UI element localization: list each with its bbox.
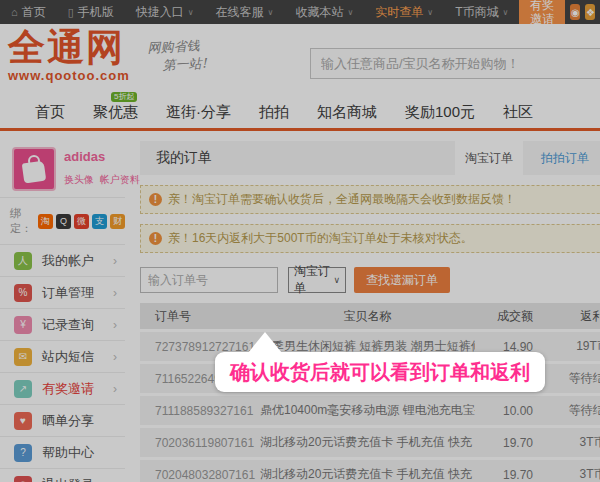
- sidebar-item-站内短信[interactable]: ✉站内短信›: [0, 341, 125, 373]
- chevron-down-icon: ∨: [333, 275, 340, 285]
- nav-item-聚优惠[interactable]: 聚优惠5折起: [93, 103, 138, 122]
- qq-icon[interactable]: Q: [56, 214, 71, 229]
- col-amount: 成交额: [475, 308, 545, 325]
- avatar[interactable]: [12, 147, 56, 191]
- weibo-icon[interactable]: 微: [74, 214, 89, 229]
- exclamation-icon: !: [149, 232, 162, 245]
- sidebar-item-label: 有奖邀请: [42, 380, 113, 398]
- topbar-item-实时查单[interactable]: 实时查单∨: [364, 4, 444, 21]
- topbar-item-快捷入口[interactable]: 快捷入口∨: [125, 4, 205, 21]
- qootoo-order-page: ⌂首页▯手机版快捷入口∨在线客服∨收藏本站∨实时查单∨T币商城∨ 有奖邀请 ◉ …: [0, 0, 600, 482]
- user-icon: 人: [14, 252, 32, 270]
- sidebar-item-label: 退出登录: [42, 476, 117, 482]
- slogan: 网购省钱 第一站!: [147, 37, 207, 76]
- nav-item-首页[interactable]: 首页: [35, 103, 65, 122]
- find-missing-orders-button[interactable]: 查找遗漏订单: [354, 267, 450, 293]
- chevron-right-icon: ›: [113, 286, 117, 300]
- topbar-item-手机版[interactable]: ▯手机版: [57, 4, 125, 21]
- topbar-item-收藏本站[interactable]: 收藏本站∨: [284, 4, 364, 21]
- orders-panel: 我的订单 淘宝订单拍拍订单商城订单 !亲！淘宝订单需要确认收货后，全通网最晚隔天…: [140, 141, 600, 482]
- sidebar: adidas 换头像 帐户资料 绑定： 淘Q微支财 人我的帐户›%订单管理›¥记…: [0, 141, 125, 482]
- page-body: adidas 换头像 帐户资料 绑定： 淘Q微支财 人我的帐户›%订单管理›¥记…: [0, 131, 600, 482]
- order-type-select[interactable]: 淘宝订单 ∨: [288, 267, 346, 293]
- sidebar-item-晒单分享[interactable]: ♥晒单分享: [0, 405, 125, 437]
- taobao-icon[interactable]: 淘: [38, 214, 53, 229]
- topbar-item-label: 在线客服: [216, 4, 264, 21]
- user-card: adidas 换头像 帐户资料: [0, 141, 125, 197]
- logo-title: 全通网: [8, 28, 130, 68]
- panel-header: 我的订单 淘宝订单拍拍订单商城订单: [140, 141, 600, 175]
- piggy-bank-icon: ¥: [14, 316, 32, 334]
- cell-product-name[interactable]: 湖北移动20元话费充值卡 手机充值 快充 直充 自动充值: [260, 466, 475, 482]
- table-header: 订单号 宝贝名称 成交额 返利: [140, 303, 600, 329]
- topbar-item-在线客服[interactable]: 在线客服∨: [205, 4, 285, 21]
- sidebar-item-订单管理[interactable]: %订单管理›: [0, 277, 125, 309]
- eye-icon[interactable]: ◉: [570, 4, 580, 20]
- tenpay-icon[interactable]: 财: [110, 214, 125, 229]
- cell-product-name[interactable]: 湖北移动20元话费充值卡 手机充值 快充 直充 自动充值: [260, 434, 475, 451]
- cell-product-name[interactable]: 鼎优10400m毫安移动电源 锂电池充电宝手机通用行移动: [260, 402, 475, 419]
- cell-rebate: 等待结算: [545, 402, 600, 419]
- nav-item-拍拍[interactable]: 拍拍: [259, 103, 289, 122]
- mail-icon: ✉: [14, 348, 32, 366]
- notice-text: 亲！淘宝订单需要确认收货后，全通网最晚隔天会收到数据反馈！: [168, 191, 516, 208]
- nav-item-奖励100元[interactable]: 奖励100元: [405, 103, 475, 122]
- nav-item-知名商城[interactable]: 知名商城: [317, 103, 377, 122]
- bind-label: 绑定：: [10, 206, 35, 236]
- cell-rebate: 3T币: [545, 466, 600, 482]
- alipay-icon[interactable]: 支: [92, 214, 107, 229]
- col-rebate: 返利: [545, 308, 600, 325]
- sidebar-item-帮助中心[interactable]: ?帮助中心: [0, 437, 125, 469]
- order-number-input[interactable]: [140, 267, 278, 293]
- cell-order-number: 702048032807161: [140, 468, 260, 482]
- guide-tooltip: 确认收货后就可以看到订单和返利: [215, 352, 545, 392]
- table-row: 702048032807161湖北移动20元话费充值卡 手机充值 快充 直充 自…: [140, 460, 600, 482]
- sidebar-item-我的帐户[interactable]: 人我的帐户›: [0, 245, 125, 277]
- cell-amount: 19.70: [475, 468, 545, 482]
- nav-item-社区[interactable]: 社区: [503, 103, 533, 122]
- cell-order-number: 702036119807161: [140, 436, 260, 450]
- site-logo[interactable]: 全通网 www.qootoo.com: [8, 28, 130, 83]
- sidebar-item-label: 站内短信: [42, 348, 113, 366]
- sidebar-item-退出登录[interactable]: ◉退出登录: [0, 469, 125, 482]
- order-search-row: 淘宝订单 ∨ 查找遗漏订单: [140, 267, 600, 293]
- topbar-item-首页[interactable]: ⌂首页: [0, 4, 57, 21]
- home-icon: ⌂: [11, 6, 18, 18]
- change-avatar-link[interactable]: 换头像: [64, 173, 94, 187]
- slogan-line2: 第一站!: [162, 54, 207, 74]
- chevron-down-icon: ∨: [503, 8, 509, 17]
- sidebar-item-label: 记录查询: [42, 316, 113, 334]
- heart-icon: ♥: [14, 412, 32, 430]
- cell-order-number: 711188589327161: [140, 404, 260, 418]
- col-order-number: 订单号: [140, 308, 260, 325]
- chevron-right-icon: ›: [113, 254, 117, 268]
- topbar-item-label: 快捷入口: [136, 4, 184, 21]
- help-book-icon: ?: [14, 444, 32, 462]
- order-tag-icon: %: [14, 284, 32, 302]
- cell-rebate: 3T币: [545, 434, 600, 451]
- table-row: 702036119807161湖北移动20元话费充值卡 手机充值 快充 直充 自…: [140, 428, 600, 457]
- search-input[interactable]: [310, 48, 600, 79]
- chevron-right-icon: ›: [113, 350, 117, 364]
- phone-icon: ▯: [68, 6, 74, 19]
- topbar-item-T币商城[interactable]: T币商城∨: [444, 4, 519, 21]
- sidebar-item-有奖邀请[interactable]: ↗有奖邀请›: [0, 373, 125, 405]
- sidebar-item-label: 帮助中心: [42, 444, 117, 462]
- chevron-down-icon: ∨: [347, 8, 353, 17]
- promo-badge: 5折起: [111, 92, 137, 102]
- sidebar-item-label: 订单管理: [42, 284, 113, 302]
- nav-item-逛街·分享[interactable]: 逛街·分享: [166, 103, 231, 122]
- chevron-right-icon: ›: [113, 382, 117, 396]
- topbar-item-label: 实时查单: [375, 4, 423, 21]
- account-profile-link[interactable]: 帐户资料: [100, 173, 140, 187]
- sidebar-item-记录查询[interactable]: ¥记录查询›: [0, 309, 125, 341]
- topbar-item-label: 收藏本站: [295, 4, 343, 21]
- order-table: 订单号 宝贝名称 成交额 返利 727378912727161夏季男生休闲短裤 …: [140, 303, 600, 482]
- widget-icon[interactable]: ❖: [585, 4, 595, 20]
- chevron-down-icon: ∨: [427, 8, 433, 17]
- topbar-item-label: 首页: [22, 4, 46, 21]
- logo-url: www.qootoo.com: [8, 68, 130, 83]
- tab-淘宝订单[interactable]: 淘宝订单: [455, 141, 523, 175]
- chevron-right-icon: ›: [113, 318, 117, 332]
- tab-拍拍订单[interactable]: 拍拍订单: [537, 141, 593, 175]
